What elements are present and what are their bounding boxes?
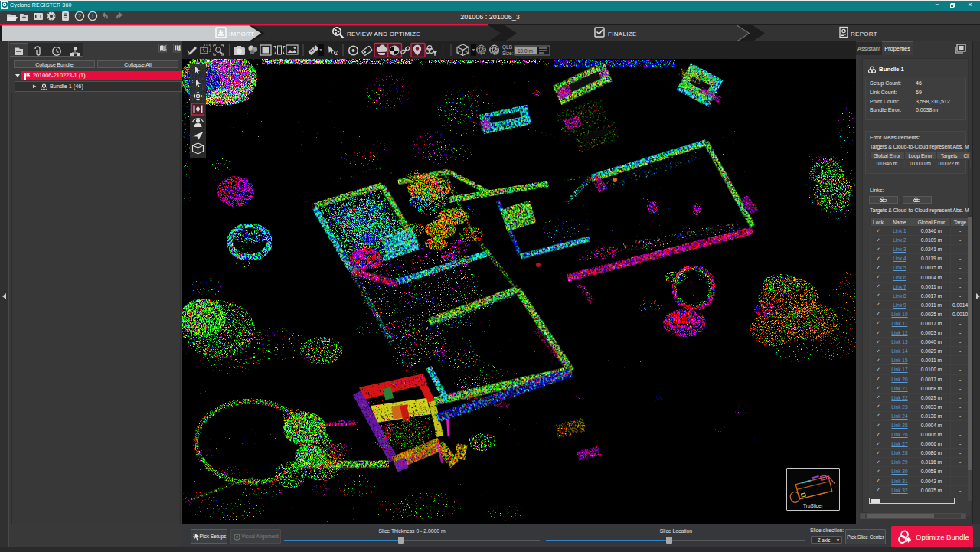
- svg-text:?: ?: [78, 13, 81, 20]
- svg-text:IMPORT: IMPORT: [229, 31, 254, 38]
- svg-text:i: i: [92, 13, 94, 20]
- svg-text:Ø: Ø: [481, 50, 485, 54]
- svg-text:Size:: Size:: [502, 51, 514, 56]
- svg-text:QLB: QLB: [502, 44, 512, 51]
- svg-text:REVIEW AND OPTIMIZE: REVIEW AND OPTIMIZE: [347, 31, 420, 38]
- svg-text:FINALIZE: FINALIZE: [608, 31, 637, 38]
- svg-text:M: M: [495, 50, 498, 54]
- svg-text:REPORT: REPORT: [851, 31, 877, 38]
- svg-text:10.0 m: 10.0 m: [518, 48, 533, 54]
